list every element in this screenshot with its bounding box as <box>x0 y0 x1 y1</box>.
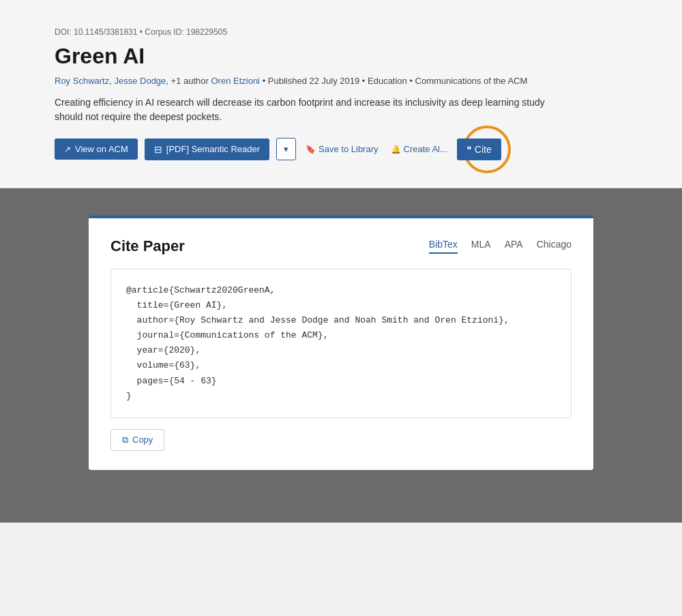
paper-title: Green AI <box>55 44 627 69</box>
authors-line: Roy Schwartz, Jesse Dodge, +1 author Ore… <box>55 76 627 86</box>
view-acm-button[interactable]: View on ACM <box>55 138 138 160</box>
cite-label: Cite <box>475 144 492 155</box>
save-label: Save to Library <box>318 144 378 154</box>
author-oren[interactable]: Oren Etzioni <box>211 76 260 86</box>
create-alert-button[interactable]: Create Al... <box>388 138 450 160</box>
cite-wrapper: Cite <box>457 138 501 160</box>
meta-text: Published 22 July 2019 • Education • Com… <box>268 76 528 86</box>
pdf-label: [PDF] Semantic Reader <box>166 144 260 154</box>
cite-tabs: BibTex MLA APA Chicago <box>429 239 572 254</box>
pdf-icon <box>154 144 162 155</box>
tab-apa[interactable]: APA <box>505 239 523 254</box>
tab-chicago[interactable]: Chicago <box>537 239 572 254</box>
cite-modal: Cite Paper BibTex MLA APA Chicago @artic… <box>89 216 593 470</box>
copy-label: Copy <box>132 435 153 445</box>
save-library-button[interactable]: Save to Library <box>303 138 381 160</box>
modal-title: Cite Paper <box>110 237 185 255</box>
pdf-dropdown-button[interactable]: ▾ <box>276 138 296 160</box>
quote-icon <box>466 144 472 155</box>
action-bar: View on ACM [PDF] Semantic Reader ▾ Save… <box>55 138 627 160</box>
doi-line: DOI: 10.1145/3381831 • Corpus ID: 198229… <box>55 27 627 37</box>
bell-icon <box>391 144 401 154</box>
external-link-icon <box>64 144 71 154</box>
copy-icon <box>122 435 128 445</box>
tab-bibtex[interactable]: BibTex <box>429 239 458 254</box>
author-jesse[interactable]: Jesse Dodge <box>114 76 166 86</box>
tab-mla[interactable]: MLA <box>471 239 491 254</box>
modal-header: Cite Paper BibTex MLA APA Chicago <box>110 237 572 255</box>
bibtex-content: @article{Schwartz2020GreenA, title={Gree… <box>110 269 572 418</box>
bookmark-icon <box>306 144 316 154</box>
cite-button[interactable]: Cite <box>457 138 501 160</box>
bottom-panel: Cite Paper BibTex MLA APA Chicago @artic… <box>0 188 682 523</box>
abstract-text: Creating efficiency in AI research will … <box>55 96 573 124</box>
top-panel: DOI: 10.1145/3381831 • Corpus ID: 198229… <box>0 0 682 188</box>
view-acm-label: View on ACM <box>75 144 128 154</box>
pdf-button[interactable]: [PDF] Semantic Reader <box>145 138 269 160</box>
alert-label: Create Al... <box>404 144 447 154</box>
author-roy[interactable]: Roy Schwartz <box>55 76 109 86</box>
copy-button[interactable]: Copy <box>110 429 164 451</box>
